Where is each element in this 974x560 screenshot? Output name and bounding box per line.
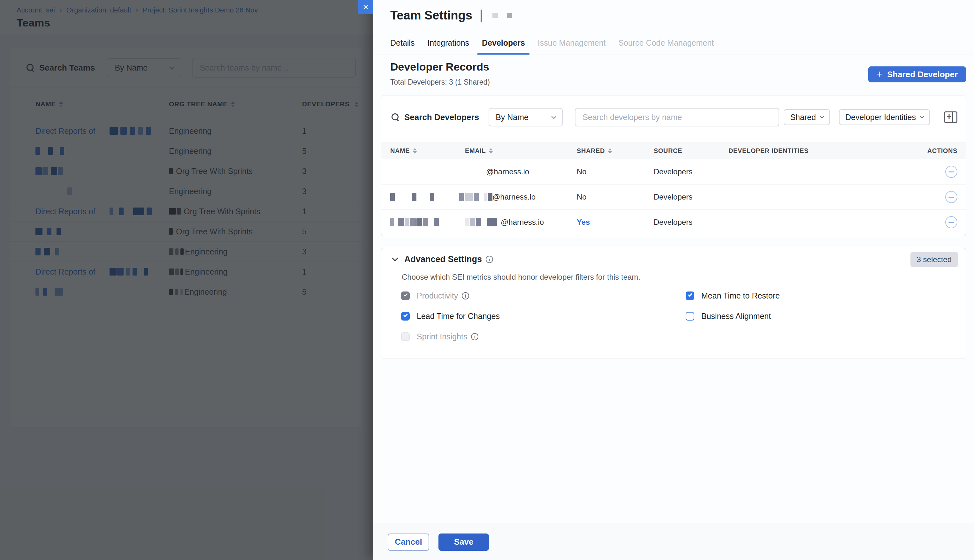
add-shared-developer-button[interactable]: + Shared Developer	[868, 67, 966, 82]
chevron-down-icon	[552, 114, 557, 119]
total-developers-text: Total Developers: 3 (1 Shared)	[390, 78, 490, 87]
source-value: Developers	[654, 218, 729, 227]
sort-icon	[608, 148, 612, 153]
redacted-name	[390, 218, 439, 227]
source-value: Developers	[654, 167, 729, 176]
info-icon: i	[486, 256, 493, 263]
metric-option[interactable]: Sprint Insights i	[401, 326, 685, 347]
developer-name-cell	[390, 193, 465, 201]
checkbox[interactable]	[685, 292, 694, 300]
selected-count-badge: 3 selected	[911, 252, 958, 267]
checkbox[interactable]	[685, 312, 694, 320]
column-header[interactable]: ACTIONS	[930, 147, 957, 155]
metric-option[interactable]: Mean Time to Restore	[685, 285, 966, 306]
shared-filter-select[interactable]: Shared	[784, 109, 830, 125]
redacted-email-prefix	[465, 168, 486, 176]
column-header[interactable]: NAME	[390, 147, 465, 155]
team-settings-drawer: × Team Settings DetailsIntegrationsDevel…	[373, 0, 974, 560]
tab[interactable]: Developers	[482, 31, 525, 55]
advanced-settings-description: Choose which SEI metrics should honor de…	[402, 273, 966, 282]
advanced-settings-header: Advanced Settings i	[381, 248, 966, 264]
drawer-title-row: Team Settings	[390, 0, 512, 31]
drawer-title: Team Settings	[390, 8, 472, 22]
title-divider	[480, 10, 482, 22]
redacted-email-prefix	[465, 193, 492, 201]
modal-overlay[interactable]	[0, 0, 373, 560]
developers-search-input[interactable]	[575, 108, 779, 127]
cancel-button[interactable]: Cancel	[388, 533, 429, 551]
developer-email-cell: @harness.io	[465, 218, 577, 227]
developer-filter-row: Search Developers By Name Shared Develop…	[381, 95, 966, 142]
email-domain: @harness.io	[501, 218, 544, 227]
info-icon: i	[471, 333, 479, 340]
shared-value: No	[577, 167, 654, 176]
remove-developer-icon[interactable]	[945, 191, 957, 203]
shared-filter-label: Shared	[790, 113, 816, 122]
metrics-options-grid: Productivity i Lead Time for Changes Spr…	[401, 285, 966, 347]
tab[interactable]: Source Code Management	[618, 31, 714, 55]
actions-cell	[930, 166, 957, 178]
remove-developer-icon[interactable]	[945, 216, 957, 228]
table-row: @harness.io Yes Developers	[381, 210, 966, 235]
remove-developer-icon[interactable]	[945, 166, 957, 178]
redacted-email-prefix	[465, 218, 501, 227]
tab-bar: DetailsIntegrationsDevelopersIssue Manag…	[390, 31, 714, 55]
redacted-name	[390, 193, 464, 201]
metric-option[interactable]: Lead Time for Changes	[401, 306, 685, 326]
shared-value: No	[577, 193, 654, 202]
column-header[interactable]: SHARED	[577, 147, 654, 155]
metric-label: Productivity	[417, 291, 458, 300]
column-header[interactable]: DEVELOPER IDENTITIES	[729, 147, 930, 155]
check-icon	[403, 313, 407, 317]
section-title: Developer Records	[390, 61, 489, 73]
developer-email-cell: @harness.io	[465, 167, 577, 176]
metric-option[interactable]: Business Alignment	[685, 306, 966, 326]
sort-icon	[489, 148, 493, 153]
chevron-down-icon	[920, 114, 924, 118]
check-icon	[688, 292, 692, 296]
table-row: @harness.io No Developers	[381, 185, 966, 210]
chevron-down-icon[interactable]	[392, 255, 398, 261]
column-header[interactable]: EMAIL	[465, 147, 577, 155]
advanced-settings-card: Advanced Settings i 3 selected Choose wh…	[381, 248, 966, 359]
column-header[interactable]: SOURCE	[654, 147, 729, 155]
developers-search-filter-value: By Name	[495, 113, 529, 122]
developers-search-label: Search Developers	[404, 112, 479, 122]
shared-value: Yes	[577, 218, 654, 227]
developer-table-header: NAME EMAIL SHARED SOURCE DEVELOPER IDENT…	[381, 142, 966, 159]
tab[interactable]: Issue Management	[538, 31, 606, 55]
developer-table-body: @harness.io No Developers @harness.io	[381, 159, 966, 235]
search-icon	[392, 113, 399, 121]
checkbox[interactable]	[401, 332, 410, 341]
chevron-down-icon	[820, 114, 824, 118]
manage-columns-icon[interactable]	[944, 112, 957, 123]
drawer-footer: Cancel Save	[373, 523, 974, 560]
developer-name-cell	[390, 218, 465, 227]
developers-search-filter-select[interactable]: By Name	[489, 108, 563, 127]
save-button[interactable]: Save	[439, 533, 489, 551]
developer-identities-filter-select[interactable]: Developer Identities	[839, 109, 930, 125]
check-icon	[403, 292, 407, 296]
info-icon: i	[462, 292, 469, 300]
email-domain: @harness.io	[486, 167, 529, 176]
metric-label: Lead Time for Changes	[417, 312, 500, 321]
actions-cell	[930, 191, 957, 203]
developer-identities-filter-label: Developer Identities	[845, 113, 916, 122]
checkbox[interactable]	[401, 292, 410, 300]
email-domain: @harness.io	[492, 193, 535, 202]
developer-email-cell: @harness.io	[465, 193, 577, 202]
metric-option[interactable]: Productivity i	[401, 285, 685, 306]
divider	[373, 55, 974, 55]
metric-label: Sprint Insights	[417, 332, 467, 341]
tab[interactable]: Integrations	[427, 31, 469, 55]
close-icon[interactable]: ×	[358, 0, 373, 14]
sort-icon	[413, 148, 417, 153]
checkbox[interactable]	[401, 312, 410, 320]
source-value: Developers	[654, 193, 729, 202]
developer-records-card: Search Developers By Name Shared Develop…	[381, 95, 966, 236]
metrics-column-1: Productivity i Lead Time for Changes Spr…	[401, 285, 685, 347]
actions-cell	[930, 216, 957, 228]
metric-label: Mean Time to Restore	[701, 291, 780, 300]
tab[interactable]: Details	[390, 31, 415, 55]
plus-icon: +	[877, 69, 883, 79]
